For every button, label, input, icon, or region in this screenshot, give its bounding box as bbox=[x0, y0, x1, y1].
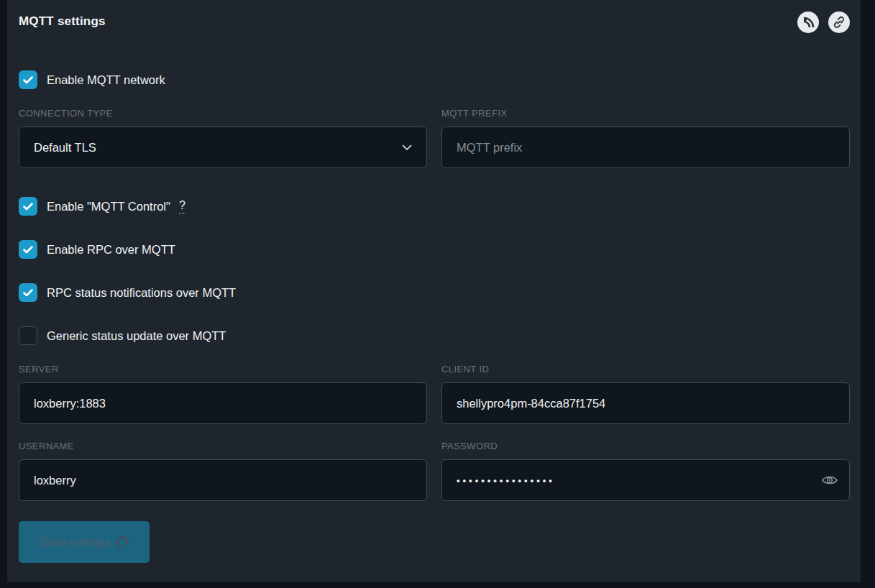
checkbox-icon bbox=[19, 283, 37, 302]
connection-type-select[interactable]: Default TLS bbox=[19, 127, 427, 168]
chevron-down-icon bbox=[402, 141, 412, 154]
checkbox-enable-rpc[interactable]: Enable RPC over MQTT bbox=[19, 240, 850, 259]
row-connection-prefix: CONNECTION TYPE Default TLS MQTT PREFIX bbox=[19, 108, 850, 168]
client-id-field: CLIENT ID bbox=[441, 364, 850, 424]
mqtt-prefix-field: MQTT PREFIX bbox=[441, 108, 850, 168]
checkbox-label: RPC status notifications over MQTT bbox=[47, 286, 236, 300]
server-input[interactable] bbox=[19, 397, 426, 410]
field-label: CLIENT ID bbox=[441, 364, 850, 378]
username-box bbox=[19, 459, 427, 501]
checkbox-icon bbox=[19, 70, 37, 89]
mqtt-prefix-input[interactable] bbox=[442, 141, 849, 155]
selected-option: Default TLS bbox=[19, 141, 426, 155]
field-label: PASSWORD bbox=[441, 441, 850, 455]
field-label: SERVER bbox=[19, 364, 427, 378]
checkbox-label: Enable RPC over MQTT bbox=[47, 243, 175, 257]
password-field: PASSWORD bbox=[441, 441, 850, 501]
checkbox-label: Enable "MQTT Control" bbox=[47, 200, 170, 213]
server-field: SERVER bbox=[19, 364, 427, 424]
password-input[interactable] bbox=[442, 475, 849, 486]
username-input[interactable] bbox=[19, 474, 426, 487]
link-icon[interactable] bbox=[828, 12, 850, 33]
client-id-box bbox=[441, 382, 850, 424]
help-link[interactable]: ? bbox=[179, 199, 185, 213]
checkbox-rpc-status[interactable]: RPC status notifications over MQTT bbox=[19, 283, 850, 302]
checkbox-label: Enable MQTT network bbox=[47, 73, 165, 87]
checkbox-icon bbox=[19, 240, 37, 259]
field-label: USERNAME bbox=[19, 441, 427, 455]
checkbox-icon bbox=[19, 197, 37, 216]
field-label: CONNECTION TYPE bbox=[19, 108, 427, 122]
checkbox-label: Generic status update over MQTT bbox=[47, 329, 226, 343]
checkbox-enable-mqtt-control[interactable]: Enable "MQTT Control" ? bbox=[19, 197, 850, 216]
row-server-clientid: SERVER CLIENT ID bbox=[19, 364, 850, 424]
password-box bbox=[441, 459, 850, 501]
eye-icon[interactable] bbox=[820, 471, 839, 490]
header-icons bbox=[797, 12, 850, 33]
checkbox-enable-mqtt-network[interactable]: Enable MQTT network bbox=[19, 70, 850, 89]
client-id-input[interactable] bbox=[442, 397, 849, 410]
field-label: MQTT PREFIX bbox=[441, 108, 850, 122]
username-field: USERNAME bbox=[19, 441, 427, 501]
rss-icon[interactable] bbox=[797, 12, 819, 33]
loading-spinner-icon bbox=[115, 534, 131, 550]
mqtt-prefix-box bbox=[441, 127, 850, 168]
mqtt-settings-panel: MQTT settings bbox=[7, 0, 861, 582]
save-settings-button[interactable]: Save settings bbox=[19, 521, 150, 563]
server-box bbox=[19, 382, 427, 424]
header: MQTT settings bbox=[19, 12, 850, 33]
connection-type-field: CONNECTION TYPE Default TLS bbox=[19, 108, 427, 168]
row-username-password: USERNAME PASSWORD bbox=[19, 441, 850, 501]
checkbox-icon bbox=[19, 326, 37, 345]
page-title: MQTT settings bbox=[19, 12, 106, 29]
checkbox-generic-status[interactable]: Generic status update over MQTT bbox=[19, 326, 850, 345]
save-settings-label: Save settings bbox=[40, 536, 111, 549]
